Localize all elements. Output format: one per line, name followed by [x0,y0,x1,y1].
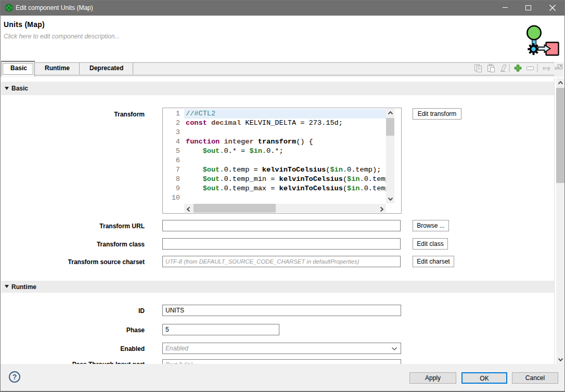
svg-text:x=y: x=y [543,66,550,71]
svg-text:x=: x= [555,66,560,71]
